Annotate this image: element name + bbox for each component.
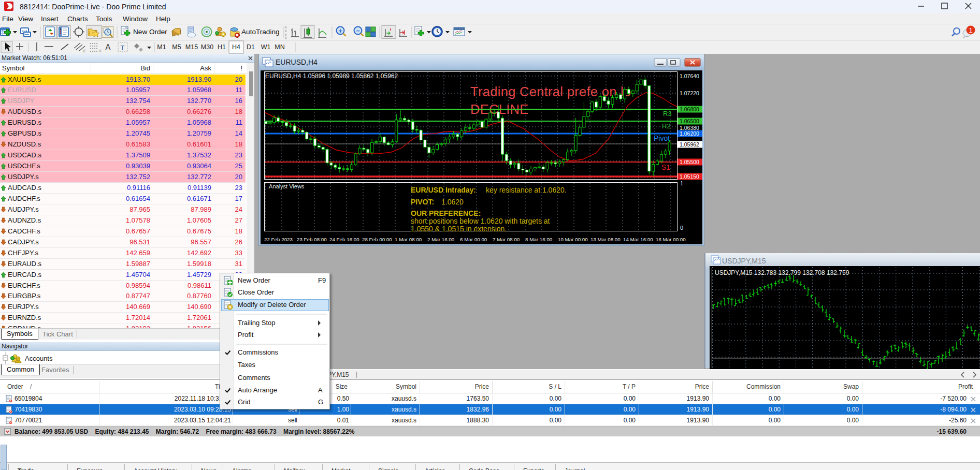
svg-text:R3: R3 <box>663 110 672 118</box>
svg-text:Trading Central prefe on lo: Trading Central prefe on lo <box>470 84 631 99</box>
svg-text:H4: H4 <box>232 43 240 51</box>
svg-text:S1: S1 <box>661 163 670 171</box>
svg-text:13 Mar 08:00: 13 Mar 08:00 <box>590 237 621 242</box>
svg-text:M30: M30 <box>201 43 213 51</box>
svg-text:23 Feb 08:00: 23 Feb 08:00 <box>297 237 327 242</box>
svg-text:EUR/USD Intraday:: EUR/USD Intraday: <box>411 186 476 194</box>
svg-text:1.0620: 1.0620 <box>441 198 464 206</box>
svg-text:8 Mar 16:00: 8 Mar 16:00 <box>525 237 553 242</box>
svg-text:−: − <box>356 27 360 35</box>
svg-text:H1: H1 <box>218 43 226 51</box>
svg-text:M15: M15 <box>185 43 198 51</box>
svg-text:E: E <box>83 49 86 53</box>
svg-text:14 Mar 16:00: 14 Mar 16:00 <box>623 237 653 242</box>
svg-text:28 Feb 00:00: 28 Feb 00:00 <box>362 237 392 242</box>
svg-text:key resistance at 1.0620.: key resistance at 1.0620. <box>486 186 567 194</box>
svg-text:1.05500: 1.05500 <box>680 159 699 165</box>
svg-text:M5: M5 <box>172 43 181 51</box>
svg-text:1.0550 & 1.0515 in extension.: 1.0550 & 1.0515 in extension. <box>411 225 507 233</box>
svg-text:USDJPY,M15: USDJPY,M15 <box>722 257 766 265</box>
svg-text:D1: D1 <box>247 43 255 51</box>
svg-text:OUR PREFERENCE:: OUR PREFERENCE: <box>411 209 481 217</box>
svg-text:1.05150: 1.05150 <box>680 173 699 180</box>
svg-text:6 Mar 00:00: 6 Mar 00:00 <box>460 237 487 242</box>
svg-text:EURUSD,H4: EURUSD,H4 <box>276 58 318 66</box>
svg-text:F: F <box>99 49 102 53</box>
svg-text:AutoTrading: AutoTrading <box>241 28 280 36</box>
svg-text:EURUSD,H4 1.05896 1.05989 1.0: EURUSD,H4 1.05896 1.05989 1.05862 1.0596… <box>265 72 398 80</box>
svg-text:USDJPY,M15 132.783 132.799 13: USDJPY,M15 132.783 132.799 132.708 132.7… <box>715 269 849 276</box>
svg-text:A: A <box>105 43 111 52</box>
svg-text:PIVOT:: PIVOT: <box>411 198 434 206</box>
svg-text:1 Mar 08:00: 1 Mar 08:00 <box>395 237 422 242</box>
svg-text:1: 1 <box>680 180 683 186</box>
svg-text:1.06800: 1.06800 <box>680 106 699 112</box>
svg-text:+: + <box>338 27 342 35</box>
svg-text:T: T <box>121 44 125 52</box>
svg-text:1.07220: 1.07220 <box>680 90 699 96</box>
svg-text:W1: W1 <box>261 43 271 51</box>
svg-text:New Order: New Order <box>133 28 167 36</box>
svg-text:24 Feb 16:00: 24 Feb 16:00 <box>329 237 359 242</box>
svg-text:short positions below 1.0620 w: short positions below 1.0620 with target… <box>411 217 550 225</box>
svg-text:7 Mar 08:00: 7 Mar 08:00 <box>493 237 520 242</box>
svg-text:1: 1 <box>969 26 972 34</box>
svg-text:0: 0 <box>680 225 683 231</box>
svg-text:22 Feb 2023: 22 Feb 2023 <box>264 237 293 242</box>
svg-text:R2: R2 <box>662 122 671 130</box>
svg-text:M1: M1 <box>157 43 166 51</box>
svg-text:10 Mar 00:00: 10 Mar 00:00 <box>558 237 588 242</box>
svg-text:Pivot: Pivot <box>654 134 670 142</box>
svg-text:1.06500: 1.06500 <box>680 118 699 124</box>
svg-text:16 Mar 00:00: 16 Mar 00:00 <box>656 237 686 242</box>
svg-text:2 Mar 16:00: 2 Mar 16:00 <box>427 237 455 242</box>
svg-text:1.07640: 1.07640 <box>680 73 699 79</box>
svg-text:MN: MN <box>275 43 284 51</box>
svg-text:.Analyst Views: .Analyst Views <box>267 183 305 189</box>
svg-text:1.05962: 1.05962 <box>680 141 699 148</box>
svg-text:1.06200: 1.06200 <box>680 130 699 137</box>
